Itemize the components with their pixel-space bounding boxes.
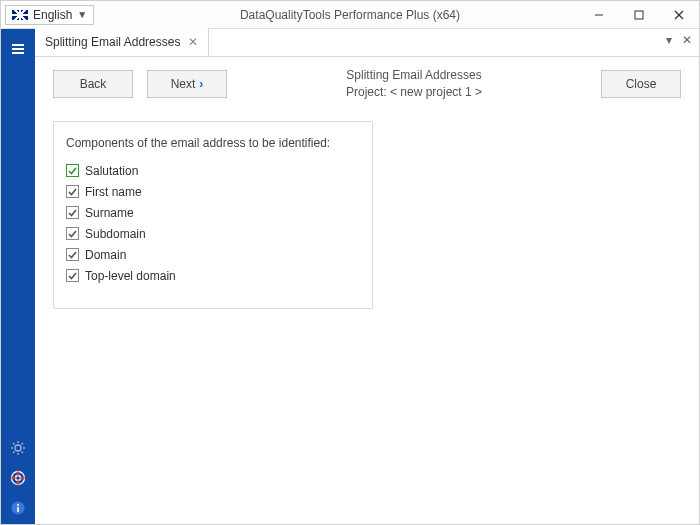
close-icon — [674, 10, 684, 20]
tabbar-dropdown[interactable]: ▾ — [663, 33, 675, 47]
svg-rect-24 — [17, 507, 19, 512]
app-title: DataQualityTools Performance Plus (x64) — [240, 8, 460, 22]
window-close-button[interactable] — [659, 1, 699, 28]
gear-icon — [10, 440, 26, 456]
svg-point-7 — [15, 445, 21, 451]
checkbox-row-domain[interactable]: Domain — [66, 248, 360, 262]
check-icon — [67, 186, 78, 197]
tab-close-button[interactable]: ✕ — [188, 35, 198, 49]
titlebar: English ▼ DataQualityTools Performance P… — [1, 1, 699, 29]
components-panel: Components of the email address to be id… — [53, 121, 373, 309]
check-icon — [67, 207, 78, 218]
svg-rect-1 — [635, 11, 643, 19]
tab-splitting-email[interactable]: Splitting Email Addresses ✕ — [35, 28, 209, 56]
window-controls — [579, 1, 699, 28]
info-icon — [10, 500, 26, 516]
language-selector[interactable]: English ▼ — [5, 5, 94, 25]
sidebar — [1, 29, 35, 524]
next-label: Next — [171, 77, 196, 91]
checkbox-row-tld[interactable]: Top-level domain — [66, 269, 360, 283]
tab-label: Splitting Email Addresses — [45, 35, 180, 49]
wizard-project: Project: < new project 1 > — [241, 84, 587, 101]
svg-line-13 — [22, 452, 24, 454]
tabbar: Splitting Email Addresses ✕ ▾ ✕ — [35, 29, 699, 57]
maximize-icon — [634, 10, 644, 20]
checkbox-subdomain[interactable] — [66, 227, 79, 240]
check-icon — [67, 165, 78, 176]
main-area: Splitting Email Addresses ✕ ▾ ✕ Back Nex… — [35, 29, 699, 524]
tabbar-close-all[interactable]: ✕ — [679, 33, 695, 47]
wizard-title-block: Splitting Email Addresses Project: < new… — [241, 67, 587, 101]
check-icon — [67, 228, 78, 239]
panel-title: Components of the email address to be id… — [66, 136, 360, 150]
close-button[interactable]: Close — [601, 70, 681, 98]
minimize-button[interactable] — [579, 1, 619, 28]
svg-point-23 — [17, 504, 19, 506]
svg-line-12 — [13, 443, 15, 445]
checkbox-label: Domain — [85, 248, 126, 262]
check-icon — [67, 270, 78, 281]
checkbox-surname[interactable] — [66, 206, 79, 219]
menu-button[interactable] — [4, 35, 32, 63]
tabbar-controls: ▾ ✕ — [663, 33, 695, 47]
svg-line-14 — [13, 452, 15, 454]
info-button[interactable] — [4, 494, 32, 522]
check-icon — [67, 249, 78, 260]
uk-flag-icon — [12, 10, 28, 20]
lifebuoy-icon — [10, 470, 26, 486]
back-button[interactable]: Back — [53, 70, 133, 98]
caret-down-icon: ▼ — [77, 9, 87, 20]
checkbox-row-firstname[interactable]: First name — [66, 185, 360, 199]
checkbox-domain[interactable] — [66, 248, 79, 261]
language-label: English — [33, 8, 72, 22]
help-button[interactable] — [4, 464, 32, 492]
content: Back Next › Splitting Email Addresses Pr… — [35, 57, 699, 524]
checkbox-row-subdomain[interactable]: Subdomain — [66, 227, 360, 241]
checkbox-label: Salutation — [85, 164, 138, 178]
settings-button[interactable] — [4, 434, 32, 462]
maximize-button[interactable] — [619, 1, 659, 28]
checkbox-row-surname[interactable]: Surname — [66, 206, 360, 220]
svg-point-17 — [16, 476, 21, 481]
svg-line-15 — [22, 443, 24, 445]
minimize-icon — [594, 10, 604, 20]
back-label: Back — [80, 77, 107, 91]
checkbox-salutation[interactable] — [66, 164, 79, 177]
hamburger-icon — [10, 41, 26, 57]
checkbox-label: Surname — [85, 206, 134, 220]
next-button[interactable]: Next › — [147, 70, 227, 98]
wizard-header: Back Next › Splitting Email Addresses Pr… — [53, 67, 681, 101]
checkbox-tld[interactable] — [66, 269, 79, 282]
checkbox-label: First name — [85, 185, 142, 199]
checkbox-label: Subdomain — [85, 227, 146, 241]
checkbox-row-salutation[interactable]: Salutation — [66, 164, 360, 178]
wizard-title: Splitting Email Addresses — [241, 67, 587, 84]
checkbox-label: Top-level domain — [85, 269, 176, 283]
chevron-right-icon: › — [199, 77, 203, 91]
close-label: Close — [626, 77, 657, 91]
checkbox-firstname[interactable] — [66, 185, 79, 198]
